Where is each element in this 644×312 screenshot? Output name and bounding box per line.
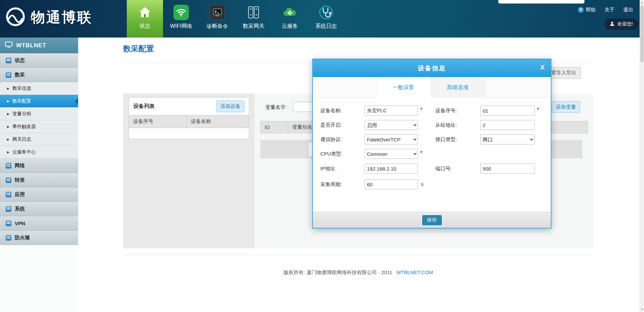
form-row: 是否开启: 启用 从站地址: <box>313 120 551 131</box>
tab-general-settings[interactable]: 一般设置 <box>376 77 431 98</box>
sidebar-subitem-cloud-center[interactable]: 云服务中心 <box>0 146 78 159</box>
nav-tab-syslog[interactable]: 系统日志 <box>308 0 344 38</box>
nav-tab-label: 状态 <box>140 23 150 30</box>
sidebar-item-network[interactable]: 网络 <box>0 159 78 173</box>
save-button[interactable]: 保存 <box>422 215 442 225</box>
menu-grid-icon <box>6 192 11 197</box>
scrollbar-thumb[interactable] <box>640 5 644 62</box>
cpu-type-label: CPU类型: <box>320 149 342 159</box>
protocol-label: 通信协议: <box>320 134 342 144</box>
sidebar-subitem-gateway-log[interactable]: 网关日志 <box>0 133 78 146</box>
protocol-select[interactable]: FatekOverTCP <box>365 134 418 144</box>
add-device-button[interactable]: 添加设备 <box>216 100 245 112</box>
device-no-field[interactable] <box>480 106 535 116</box>
brand-logo: 物通博联 <box>5 6 93 29</box>
monitor-icon <box>5 42 12 50</box>
nav-tab-status[interactable]: 状态 <box>127 0 163 38</box>
sidebar-item-status[interactable]: 状态 <box>0 53 78 68</box>
home-icon <box>136 4 154 21</box>
logout-link[interactable]: 退出 <box>623 7 633 13</box>
nav-tab-cloud[interactable]: 云服务 <box>272 0 308 38</box>
sidebar-subitem-event-trigger[interactable]: 事件触发器 <box>0 120 78 133</box>
enabled-label: 是否开启: <box>320 120 342 130</box>
menu-grid-icon <box>6 221 11 226</box>
form-row: 通信协议: FatekOverTCP 接口类型: 网口 <box>313 134 551 145</box>
sidebar-item-label: 系统 <box>15 206 25 212</box>
device-no-column-header: 设备序号 <box>129 115 186 128</box>
add-variable-button[interactable]: 添加变量 <box>552 101 580 113</box>
footer-divider <box>123 255 593 255</box>
device-info-modal: 设备信息 X 一般设置 高级选项 设备名称: * 设备序号: * 是否开启: 启… <box>312 59 551 229</box>
id-column-header: ID <box>261 121 288 133</box>
sidebar-item-vpn[interactable]: VPN <box>0 216 78 231</box>
form-row: CPU类型: Common * <box>313 149 551 160</box>
stethoscope-icon <box>317 4 335 21</box>
top-links: ? 帮助 关于 退出 <box>578 7 633 13</box>
sidebar-subitem-variable-group[interactable]: 变量分组 <box>0 108 78 120</box>
scroll-up-icon[interactable]: ▲ <box>640 0 644 5</box>
device-table-empty-row <box>129 128 249 139</box>
sidebar-item-datacollect[interactable]: 数采 <box>0 68 78 82</box>
sidebar-header: WTBLNET <box>0 38 78 53</box>
about-link[interactable]: 关于 <box>604 7 614 13</box>
sidebar-item-system[interactable]: 系统 <box>0 202 78 216</box>
copyright-text: 版权所有: 厦门物通博联网络科技有限公司 · 2011 <box>283 269 392 275</box>
nav-tab-label: 系统日志 <box>315 23 337 30</box>
welcome-badge[interactable]: 欢迎您! <box>604 19 638 29</box>
nav-tab-label: 云服务 <box>282 23 298 30</box>
help-link[interactable]: ? 帮助 <box>578 7 596 13</box>
sidebar-item-label: 数采 <box>15 72 25 78</box>
device-list-panel: 设备列表 添加设备 设备序号 设备名称 <box>128 97 249 139</box>
device-name-column-header: 设备名称 <box>186 115 249 128</box>
sidebar-subitem-label: 云服务中心 <box>12 149 36 155</box>
menu-grid-icon <box>6 177 11 183</box>
sidebar-item-firewall[interactable]: 防火墙 <box>0 231 78 245</box>
sidebar-subitem-label: 数采信息 <box>12 85 31 91</box>
tab-advanced-options[interactable]: 高级选项 <box>430 77 485 98</box>
sidebar-item-label: 网络 <box>15 163 25 169</box>
page-scrollbar[interactable]: ▲ ▼ <box>640 0 644 312</box>
required-asterisk: * <box>537 107 539 113</box>
slave-addr-field[interactable] <box>480 120 535 130</box>
device-list-column: 设备列表 添加设备 设备序号 设备名称 <box>123 93 254 248</box>
close-icon[interactable]: X <box>540 63 545 71</box>
sidebar-subitem-label: 变量分组 <box>12 111 31 117</box>
scroll-down-icon[interactable]: ▼ <box>640 307 644 312</box>
sidebar-item-label: 防火墙 <box>15 235 30 241</box>
port-field[interactable] <box>480 164 535 174</box>
welcome-label: 欢迎您! <box>618 21 633 27</box>
required-asterisk: * <box>420 107 422 113</box>
nav-tab-diagnostic[interactable]: 诊断命令 <box>199 0 235 38</box>
sidebar-item-app[interactable]: 应用 <box>0 187 78 202</box>
current-item-arrow-icon <box>74 98 78 105</box>
device-table-header: 设备序号 设备名称 <box>129 115 249 128</box>
slave-addr-label: 从站地址: <box>435 120 457 130</box>
nav-tab-label: WIFI网络 <box>170 23 192 30</box>
interface-type-select[interactable]: 网口 <box>480 134 535 144</box>
device-name-label: 设备名称: <box>320 106 342 116</box>
modal-footer: 保存 <box>313 212 551 228</box>
terminal-icon <box>209 4 226 21</box>
menu-grid-icon <box>6 206 11 212</box>
enabled-select[interactable]: 启用 <box>365 120 418 130</box>
nav-tab-gateway[interactable]: 数采网关 <box>235 0 272 38</box>
device-name-field[interactable] <box>365 106 418 116</box>
modal-tab-bar: 一般设置 高级选项 <box>313 77 551 98</box>
ip-addr-field[interactable] <box>365 164 418 174</box>
sidebar-title: WTBLNET <box>16 42 46 49</box>
sidebar-subitem-label: 事件触发器 <box>12 124 36 130</box>
nav-tab-label: 诊断命令 <box>207 23 228 30</box>
menu-grid-icon <box>6 72 11 78</box>
sidebar-subitem-label: 网关日志 <box>12 136 31 142</box>
cpu-type-select[interactable]: Common <box>365 149 418 159</box>
period-field[interactable] <box>365 179 418 189</box>
nav-tab-wifi[interactable]: WIFI网络 <box>163 0 199 38</box>
search-input[interactable] <box>498 0 584 3</box>
wtblnet-link[interactable]: WTBLNET.COM <box>396 269 433 275</box>
sidebar-subitem-datacollect-info[interactable]: 数采信息 <box>0 82 78 95</box>
modal-title: 设备信息 <box>313 59 551 77</box>
sidebar-subitem-datacollect-config[interactable]: 数采配置 <box>0 95 78 108</box>
gateway-icon <box>245 4 262 21</box>
sidebar-item-forward[interactable]: 转发 <box>0 173 78 187</box>
page-title: 数采配置 <box>123 44 154 54</box>
